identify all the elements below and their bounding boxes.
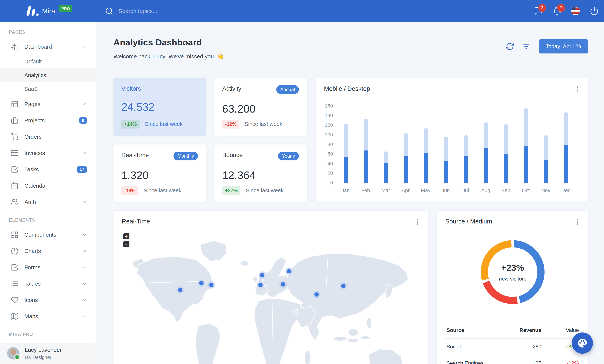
x-axis-label: Apr — [396, 188, 416, 193]
sidebar-subitem-saas[interactable]: SaaS — [0, 82, 96, 96]
x-axis-label: May — [416, 188, 436, 193]
sidebar-item-label: Orders — [24, 134, 42, 140]
stat-delta-badge: -18% — [121, 186, 138, 195]
map-zoom-controls: + − — [123, 233, 129, 247]
sidebar-item-label: Invoices — [24, 150, 45, 156]
header-actions: Today: April 29 — [506, 39, 588, 53]
map-menu-button[interactable] — [414, 218, 421, 226]
map-marker-1[interactable] — [176, 286, 184, 294]
grid-icon — [11, 231, 18, 238]
source-medium-table: SourceRevenueValueSocial260+35%Search En… — [445, 322, 580, 364]
sidebar-badge: 8 — [79, 117, 88, 124]
messages-button[interactable]: 3 — [534, 7, 543, 16]
sidebar-item-tasks[interactable]: Tasks17 — [0, 161, 96, 177]
navbar-search — [105, 0, 209, 22]
map-marker-7[interactable] — [285, 267, 293, 275]
map-zoom-in-button[interactable]: + — [123, 233, 129, 239]
y-axis-tick: 20 — [327, 170, 333, 176]
stat-delta-badge: +14% — [121, 120, 139, 128]
stat-note: Since last week — [144, 188, 182, 194]
sidebar-item-label: Auth — [24, 199, 36, 205]
map-marker-2[interactable] — [198, 279, 205, 287]
navbar-actions: 3 7 — [534, 0, 599, 22]
sidebar-item-calendar[interactable]: Calendar — [0, 177, 96, 194]
sidebar-item-pages[interactable]: Pages — [0, 96, 96, 112]
chevron-down-icon — [81, 199, 88, 205]
sidebar-item-components[interactable]: Components — [0, 226, 96, 243]
source-medium-card: Source / Medium +23% new visitors Source… — [437, 211, 588, 364]
notifications-button[interactable]: 7 — [553, 7, 562, 16]
sidebar-item-forms[interactable]: Forms — [0, 259, 96, 276]
brand[interactable]: Mira PRO — [0, 5, 72, 17]
stat-period-badge[interactable]: Yearly — [278, 151, 299, 160]
sidebar-item-charts[interactable]: Charts — [0, 243, 96, 259]
sidebar-item-projects[interactable]: Projects8 — [0, 112, 96, 128]
pro-badge: PRO — [59, 5, 72, 12]
sidebar-item-auth[interactable]: Auth — [0, 194, 96, 210]
bar-jul — [464, 135, 468, 183]
x-axis-label: Jul — [456, 188, 476, 193]
user-name: Lucy Lavender — [25, 347, 62, 353]
sidebar-subitem-default[interactable]: Default — [0, 55, 96, 68]
map-marker-8[interactable] — [313, 291, 320, 298]
sidebar-item-maps[interactable]: Maps — [0, 308, 96, 324]
map-marker-9[interactable] — [340, 282, 347, 289]
refresh-button[interactable] — [506, 42, 514, 51]
y-axis-tick: 0 — [330, 180, 333, 186]
donut-slice-search-engines — [486, 282, 517, 301]
stat-delta-badge: +27% — [222, 186, 240, 195]
sidebar-item-orders[interactable]: Orders — [0, 128, 96, 145]
stat-delta-badge: -12% — [222, 120, 239, 128]
page-header: Analytics Dashboard Welcome back, Lucy! … — [113, 37, 588, 60]
stat-card-real-time: Real-TimeMonthly1.320-18%Since last week — [113, 144, 206, 202]
sidebar-item-label: Maps — [24, 313, 38, 320]
sliders-icon — [11, 43, 18, 50]
date-button[interactable]: Today: April 29 — [539, 39, 588, 53]
bar-sep — [504, 124, 508, 183]
map-marker-5[interactable] — [257, 281, 264, 289]
chart-menu-button[interactable] — [574, 85, 581, 93]
language-flag-us[interactable] — [571, 7, 580, 15]
bar-dec — [564, 112, 568, 183]
sidebar-subitem-analytics[interactable]: Analytics — [0, 68, 96, 82]
sidebar-item-icons[interactable]: Icons — [0, 292, 96, 308]
stat-value: 12.364 — [222, 169, 299, 181]
bar-may — [424, 128, 428, 183]
search-icon[interactable] — [105, 7, 113, 15]
stat-note: Since last week — [145, 121, 183, 127]
sidebar: PAGESDashboardDefaultAnalyticsSaaSPagesP… — [0, 22, 96, 364]
sidebar-item-tables[interactable]: Tables — [0, 276, 96, 292]
x-axis-label: Sep — [496, 188, 516, 193]
sidebar-user-footer[interactable]: Lucy Lavender UX Designer — [0, 343, 96, 364]
search-input[interactable] — [118, 8, 209, 14]
calendar-icon — [11, 182, 18, 189]
chevron-down-icon — [81, 150, 88, 156]
stat-title: Bounce — [222, 151, 243, 159]
map-icon — [11, 313, 18, 320]
sidebar-item-dashboard[interactable]: Dashboard — [0, 38, 96, 55]
table-header-row: SourceRevenueValue — [445, 322, 580, 339]
header-divider — [113, 69, 588, 69]
theme-settings-fab[interactable] — [572, 332, 593, 354]
stat-note: Since last week — [246, 188, 284, 194]
map-marker-4[interactable] — [258, 272, 266, 279]
welcome-message: Welcome back, Lucy! We've missed you. 👋 — [113, 53, 588, 60]
check-square-icon — [11, 264, 18, 271]
source-medium-menu-button[interactable] — [574, 218, 581, 226]
stat-period-badge[interactable]: Annual — [276, 85, 299, 94]
sidebar-section-label-elements: ELEMENTS — [0, 210, 96, 226]
realtime-map-card: Real-Time — [113, 211, 428, 364]
map-marker-3[interactable] — [207, 281, 215, 289]
sidebar-nav: PAGESDashboardDefaultAnalyticsSaaSPagesP… — [0, 22, 96, 341]
table-row-search-engines: Search Engines125-12% — [445, 355, 580, 364]
sidebar-item-invoices[interactable]: Invoices — [0, 145, 96, 161]
credit-card-icon — [11, 149, 18, 157]
logout-button[interactable] — [590, 7, 599, 16]
top-navbar: Mira PRO 3 7 — [0, 0, 604, 22]
filter-button[interactable] — [522, 42, 530, 51]
stat-period-badge[interactable]: Monthly — [174, 151, 198, 160]
map-zoom-out-button[interactable]: − — [123, 241, 129, 247]
chevron-down-icon — [81, 297, 88, 303]
map-marker-6[interactable] — [279, 280, 287, 288]
stat-title: Visitors — [121, 85, 141, 92]
